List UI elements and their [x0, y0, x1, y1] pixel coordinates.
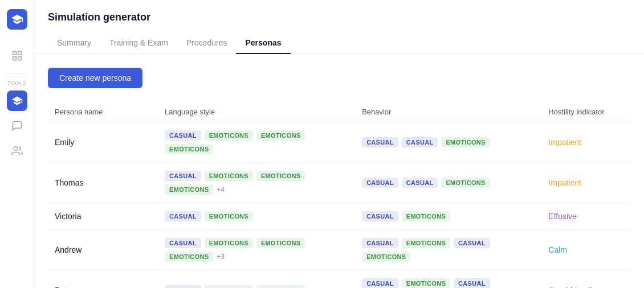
sidebar-icon-users[interactable]	[7, 141, 27, 161]
header: Simulation generator Summary Training & …	[34, 0, 644, 54]
casual-tag: CASUAL	[165, 171, 201, 181]
casual-tag: CASUAL	[165, 211, 201, 221]
svg-rect-0	[13, 52, 16, 55]
emoticons-tag: EMOTICONS	[205, 171, 253, 181]
sidebar-icon-chat[interactable]	[7, 116, 27, 136]
behavior-tags: CASUALEMOTICONSCASUALEMOTICONS	[355, 270, 541, 289]
emoticons-tag: EMOTICONS	[205, 285, 253, 288]
persona-name: Bety	[48, 270, 158, 289]
emoticons-tag: EMOTICONS	[256, 171, 305, 181]
language-tags: CASUALEMOTICONSEMOTICONSEMOTICONS+3	[158, 230, 355, 270]
casual-tag: CASUAL	[362, 211, 398, 221]
svg-rect-3	[18, 57, 21, 60]
tab-training[interactable]: Training & Exam	[100, 32, 177, 54]
language-tags: CASUALEMOTICONSEMOTICONSEMOTICONS+4	[158, 163, 355, 203]
sidebar-icon-tools[interactable]	[7, 90, 27, 111]
col-header-behavior: Behavior	[355, 102, 541, 122]
main-content: Simulation generator Summary Training & …	[34, 0, 644, 288]
hostility-indicator: Effusive	[541, 203, 630, 230]
emoticons-tag: EMOTICONS	[402, 238, 450, 248]
persona-name: Emily	[48, 122, 158, 163]
graduation-tools-icon	[11, 95, 23, 106]
casual-tag: CASUAL	[402, 137, 438, 147]
col-header-hostility: Hostility indicator	[541, 102, 630, 122]
chat-icon	[11, 120, 23, 131]
hostility-indicator: Calm	[541, 230, 630, 270]
sidebar-icon-grid[interactable]	[7, 46, 27, 66]
extra-tags-count: +4	[217, 186, 225, 194]
persona-name: Thomas	[48, 163, 158, 203]
persona-name: Victoria	[48, 203, 158, 230]
personas-table: Persona name Language style Behavior Hos…	[48, 102, 630, 288]
tab-personas[interactable]: Personas	[236, 32, 290, 54]
casual-tag: CASUAL	[402, 178, 438, 188]
users-icon	[11, 145, 23, 157]
content-area: Create new persona Persona name Language…	[34, 54, 644, 288]
hostility-indicator: Impatient	[541, 163, 630, 203]
behavior-tags: CASUALCASUALEMOTICONS	[355, 122, 541, 163]
language-tags: CASUALEMOTICONSEMOTICONS	[158, 270, 355, 289]
tools-label: TOOLS	[7, 80, 26, 86]
language-tags: CASUALEMOTICONSEMOTICONSEMOTICONS	[158, 122, 355, 163]
table-row: AndrewCASUALEMOTICONSEMOTICONSEMOTICONS+…	[48, 230, 630, 270]
extra-tags-count: +3	[217, 253, 225, 261]
emoticons-tag: EMOTICONS	[441, 137, 490, 147]
emoticons-tag: EMOTICONS	[256, 238, 305, 248]
emoticons-tag: EMOTICONS	[256, 285, 305, 288]
tab-summary[interactable]: Summary	[48, 32, 100, 54]
casual-tag: CASUAL	[165, 285, 201, 288]
emoticons-tag: EMOTICONS	[402, 278, 450, 288]
svg-point-4	[14, 147, 18, 151]
behavior-tags: CASUALEMOTICONS	[355, 203, 541, 230]
emoticons-tag: EMOTICONS	[402, 211, 450, 221]
casual-tag: CASUAL	[362, 278, 398, 288]
emoticons-tag: EMOTICONS	[165, 144, 213, 154]
emoticons-tag: EMOTICONS	[205, 211, 253, 221]
casual-tag: CASUAL	[454, 278, 490, 288]
col-header-name: Persona name	[48, 102, 158, 122]
table-row: VictoriaCASUALEMOTICONSCASUALEMOTICONSEf…	[48, 203, 630, 230]
emoticons-tag: EMOTICONS	[165, 252, 213, 262]
casual-tag: CASUAL	[362, 178, 398, 188]
tab-procedures[interactable]: Procedures	[177, 32, 237, 54]
emoticons-tag: EMOTICONS	[205, 130, 253, 141]
persona-name: Andrew	[48, 230, 158, 270]
casual-tag: CASUAL	[362, 238, 398, 248]
casual-tag: CASUAL	[362, 137, 398, 147]
casual-tag: CASUAL	[454, 238, 490, 248]
tab-nav: Summary Training & Exam Procedures Perso…	[48, 32, 630, 54]
graduation-cap-icon	[11, 13, 23, 26]
table-row: ThomasCASUALEMOTICONSEMOTICONSEMOTICONS+…	[48, 163, 630, 203]
grid-icon	[11, 50, 23, 61]
svg-rect-1	[18, 52, 21, 55]
casual-tag: CASUAL	[165, 238, 201, 248]
emoticons-tag: EMOTICONS	[165, 184, 213, 195]
emoticons-tag: EMOTICONS	[256, 130, 305, 141]
table-row: EmilyCASUALEMOTICONSEMOTICONSEMOTICONSCA…	[48, 122, 630, 163]
emoticons-tag: EMOTICONS	[362, 252, 410, 262]
col-header-language: Language style	[158, 102, 355, 122]
emoticons-tag: EMOTICONS	[441, 178, 490, 188]
app-logo	[7, 9, 27, 30]
casual-tag: CASUAL	[165, 130, 201, 141]
hostility-indicator: Good friendly	[541, 270, 630, 289]
svg-rect-2	[13, 57, 16, 60]
language-tags: CASUALEMOTICONS	[158, 203, 355, 230]
sidebar-divider	[8, 73, 26, 73]
create-persona-button[interactable]: Create new persona	[48, 68, 142, 88]
app-title: Simulation generator	[48, 11, 630, 23]
table-row: BetyCASUALEMOTICONSEMOTICONSCASUALEMOTIC…	[48, 270, 630, 289]
hostility-indicator: Impatient	[541, 122, 630, 163]
behavior-tags: CASUALCASUALEMOTICONS	[355, 163, 541, 203]
behavior-tags: CASUALEMOTICONSCASUALEMOTICONS	[355, 230, 541, 270]
emoticons-tag: EMOTICONS	[205, 238, 253, 248]
sidebar: TOOLS	[0, 0, 34, 288]
